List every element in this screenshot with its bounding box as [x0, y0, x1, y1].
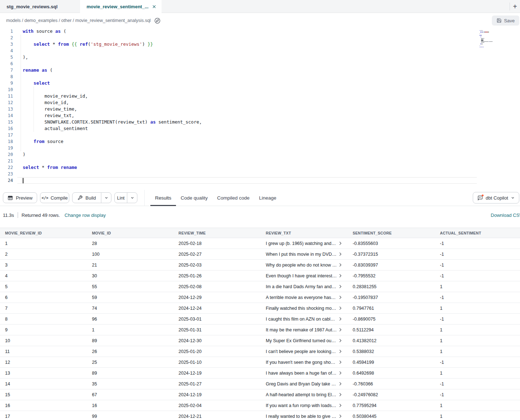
code-line[interactable]: select * from {{ ref('stg_movie_reviews'…: [17, 41, 477, 48]
expand-review-icon[interactable]: [339, 252, 342, 256]
expand-review-icon[interactable]: [339, 403, 342, 407]
code-line[interactable]: review_txt,: [17, 112, 477, 119]
cell-movie-review-id: 4: [0, 271, 87, 281]
line-number: 20: [0, 151, 17, 158]
wrench-icon: [78, 195, 83, 200]
build-button[interactable]: Build: [72, 193, 101, 203]
line-number: 13: [0, 106, 17, 112]
expand-review-icon[interactable]: [339, 274, 342, 278]
table-row: 3212025-02-03Why do people who do not kn…: [0, 260, 520, 271]
cell-sentiment-score: -0.7955532: [348, 271, 435, 281]
cell-review-txt: Even though I have great interest in Bi…: [261, 271, 348, 281]
code-line[interactable]: [17, 73, 477, 80]
cell-sentiment-score: 0.77595294: [348, 400, 435, 411]
code-lines[interactable]: with source as ( select * from {{ ref('s…: [17, 28, 477, 184]
cell-review-time: 2025-01-26: [173, 271, 261, 281]
line-number-gutter: 123456789101112131415161718192021222324: [0, 28, 17, 184]
code-line[interactable]: [17, 48, 477, 54]
code-line[interactable]: [17, 35, 477, 41]
download-csv-link[interactable]: Download CSV: [491, 213, 520, 218]
preview-button[interactable]: Preview: [3, 192, 37, 203]
expand-review-icon[interactable]: [339, 317, 342, 321]
results-table-body: 1282025-02-18I grew up (b. 1965) watchin…: [0, 238, 520, 420]
code-line[interactable]: from source: [17, 138, 477, 145]
lint-button[interactable]: Lint: [115, 193, 127, 203]
code-line[interactable]: SNOWFLAKE.CORTEX.SENTIMENT(review_txt) a…: [17, 119, 477, 125]
code-line[interactable]: select * from rename: [17, 164, 477, 171]
expand-review-icon[interactable]: [339, 241, 342, 245]
expand-review-icon[interactable]: [339, 328, 342, 332]
code-editor[interactable]: 123456789101112131415161718192021222324 …: [0, 28, 520, 190]
tab-code-quality[interactable]: Code quality: [176, 190, 212, 206]
tab-results[interactable]: Results: [150, 190, 176, 206]
cell-movie-id: 96: [87, 314, 173, 324]
code-line[interactable]: [17, 61, 477, 67]
line-number: 22: [0, 164, 17, 171]
code-line[interactable]: rename as (: [17, 67, 477, 73]
cell-sentiment-score: -0.37372315: [348, 249, 435, 259]
cell-review-txt: My Super Ex Girlfriend turned out to b…: [261, 335, 348, 346]
editor-tab-bar: stg_movie_reviews.sql movie_review_senti…: [0, 0, 520, 13]
save-icon: [497, 18, 502, 23]
code-line[interactable]: with source as (: [17, 28, 477, 35]
table-row: 912025-01-31It may be the remake of 1987…: [0, 325, 520, 335]
cell-review-time: 2025-01-20: [173, 346, 261, 357]
new-tab-button[interactable]: +: [510, 0, 520, 13]
lint-label: Lint: [117, 195, 125, 201]
expand-review-icon[interactable]: [339, 285, 342, 289]
results-toolbar: Preview </> Compile Build Lint ResultsCo…: [0, 190, 520, 206]
expand-review-icon[interactable]: [339, 393, 342, 397]
cell-review-txt: Greg Davis and Bryan Daly take some …: [261, 379, 348, 389]
code-line[interactable]: actual_sentiment: [17, 125, 477, 132]
cell-actual-sentiment: 1: [435, 368, 520, 378]
cell-review-txt: A half-hearted attempt to bring Elvis P…: [261, 389, 348, 400]
line-number: 14: [0, 112, 17, 119]
expand-review-icon[interactable]: [339, 349, 342, 353]
expand-review-icon[interactable]: [339, 382, 342, 386]
cell-movie-review-id: 6: [0, 292, 87, 303]
table-row: 4302025-01-26Even though I have great in…: [0, 271, 520, 281]
column-header-sentiment-score: SENTIMENT_SCORE: [348, 228, 435, 238]
expand-review-icon[interactable]: [339, 414, 342, 418]
table-row: 10892024-12-30My Super Ex Girlfriend tur…: [0, 335, 520, 346]
expand-review-icon[interactable]: [339, 263, 342, 267]
cell-actual-sentiment: -1: [435, 379, 520, 389]
code-line[interactable]: [17, 145, 477, 151]
code-line[interactable]: review_time,: [17, 106, 477, 112]
code-line[interactable]: [17, 132, 477, 138]
code-line[interactable]: ),: [17, 54, 477, 61]
tab-lineage[interactable]: Lineage: [254, 190, 281, 206]
code-line[interactable]: [17, 177, 477, 184]
expand-review-icon[interactable]: [339, 371, 342, 375]
code-line[interactable]: movie_id,: [17, 99, 477, 106]
code-line[interactable]: [17, 86, 477, 93]
close-icon[interactable]: [152, 5, 156, 9]
code-line[interactable]: ): [17, 151, 477, 158]
line-number: 21: [0, 158, 17, 164]
save-button[interactable]: Save: [492, 15, 519, 26]
code-line[interactable]: [17, 171, 477, 177]
change-row-display-link[interactable]: Change row display: [65, 213, 106, 218]
tab-compiled-code[interactable]: Compiled code: [212, 190, 254, 206]
line-number: 4: [0, 48, 17, 54]
compile-button[interactable]: </> Compile: [40, 192, 69, 203]
line-number: 16: [0, 125, 17, 132]
code-line[interactable]: select: [17, 80, 477, 86]
code-line[interactable]: [17, 158, 477, 164]
expand-review-icon[interactable]: [339, 339, 342, 343]
expand-review-icon[interactable]: [339, 306, 342, 310]
cell-review-time: 2024-12-24: [173, 303, 261, 313]
compass-icon[interactable]: [154, 18, 160, 24]
tab-movie-review-sentiment[interactable]: movie_review_sentiment_...: [80, 0, 162, 13]
build-dropdown-button[interactable]: [101, 193, 111, 203]
expand-review-icon[interactable]: [339, 295, 342, 299]
lint-dropdown-button[interactable]: [127, 193, 137, 203]
code-line[interactable]: movie_review_id,: [17, 93, 477, 99]
tab-stg-movie-reviews[interactable]: stg_movie_reviews.sql: [0, 0, 80, 13]
editor-minimap[interactable]: [480, 30, 506, 49]
dbt-copilot-button[interactable]: dbt Copilot: [473, 192, 519, 204]
expand-review-icon[interactable]: [339, 360, 342, 364]
cell-actual-sentiment: 1: [435, 411, 520, 420]
build-split-button: Build: [72, 192, 111, 203]
cell-actual-sentiment: 1: [435, 346, 520, 357]
